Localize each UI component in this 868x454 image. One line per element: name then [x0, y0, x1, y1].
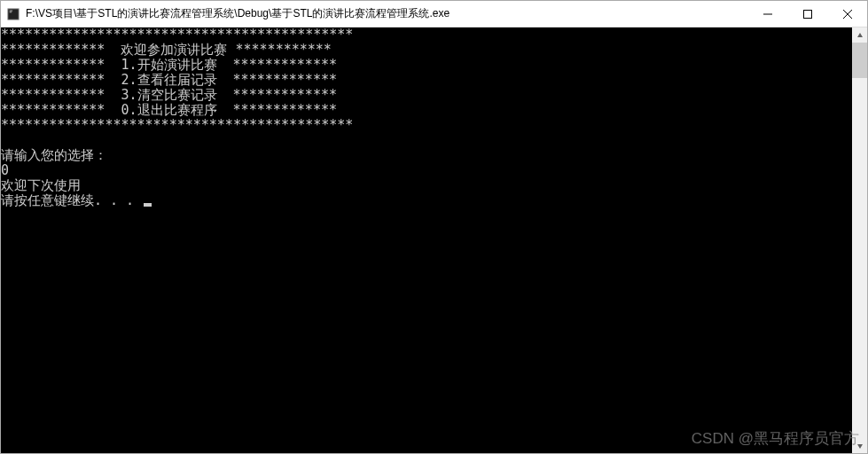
svg-marker-8 — [857, 444, 863, 449]
maximize-button[interactable] — [787, 1, 827, 27]
app-window: F:\VS项目\基于STL的演讲比赛流程管理系统\Debug\基于STL的演讲比… — [0, 0, 868, 454]
close-button[interactable] — [827, 1, 867, 27]
console-line: ************* 2.查看往届记录 ************* — [1, 73, 852, 88]
svg-rect-2 — [10, 12, 12, 12]
window-title: F:\VS项目\基于STL的演讲比赛流程管理系统\Debug\基于STL的演讲比… — [26, 6, 747, 21]
console-area: ****************************************… — [1, 27, 867, 453]
console-line — [1, 133, 852, 148]
console-line: ************* 3.清空比赛记录 ************* — [1, 88, 852, 103]
console-line: ************* 1.开始演讲比赛 ************* — [1, 58, 852, 73]
console-output[interactable]: ****************************************… — [1, 27, 852, 453]
svg-rect-1 — [10, 10, 13, 11]
console-line: ****************************************… — [1, 118, 852, 133]
svg-rect-4 — [803, 10, 811, 18]
minimize-button[interactable] — [747, 1, 787, 27]
svg-marker-7 — [857, 33, 863, 37]
vertical-scrollbar[interactable] — [852, 27, 867, 453]
console-line: ****************************************… — [1, 27, 852, 43]
console-line: ************* 0.退出比赛程序 ************* — [1, 103, 852, 118]
window-controls — [747, 1, 867, 27]
scrollbar-thumb[interactable] — [852, 43, 867, 78]
titlebar[interactable]: F:\VS项目\基于STL的演讲比赛流程管理系统\Debug\基于STL的演讲比… — [1, 1, 867, 27]
scrollbar-track[interactable] — [852, 43, 867, 438]
console-line: 欢迎下次使用 — [1, 178, 852, 193]
console-line: 0 — [1, 163, 852, 178]
scroll-up-button[interactable] — [852, 27, 867, 43]
console-line: ************* 欢迎参加演讲比赛 ************ — [1, 43, 852, 58]
cursor — [144, 203, 152, 207]
console-line: 请输入您的选择： — [1, 148, 852, 163]
app-icon — [6, 7, 20, 21]
console-line: 请按任意键继续. . . — [1, 193, 852, 208]
scroll-down-button[interactable] — [852, 438, 867, 453]
